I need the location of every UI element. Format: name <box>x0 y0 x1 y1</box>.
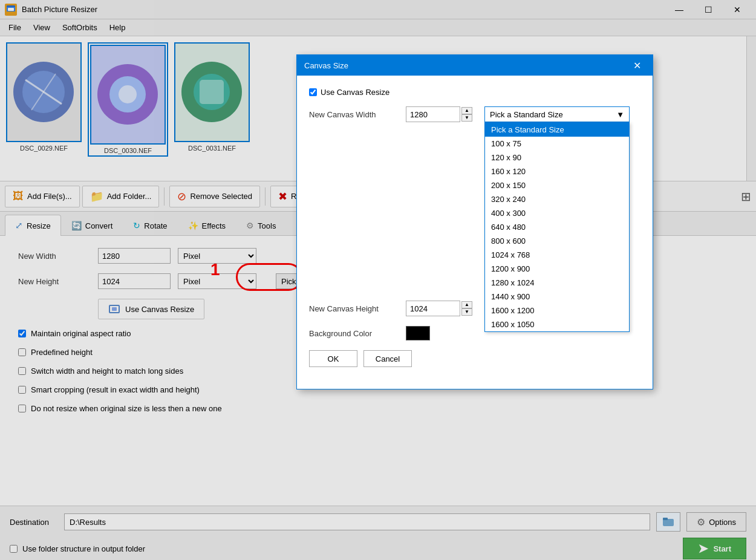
dialog-ok-button[interactable]: OK <box>309 350 357 367</box>
dropdown-item-13[interactable]: 1600 x 1200 <box>485 304 629 317</box>
standard-size-dropdown-btn[interactable]: Pick a Standard Size ▼ <box>484 106 630 122</box>
dialog-width-input[interactable] <box>406 106 460 122</box>
dialog-cancel-button[interactable]: Cancel <box>363 350 412 367</box>
dropdown-item-4[interactable]: 200 x 150 <box>485 178 629 192</box>
dropdown-item-9[interactable]: 1024 x 768 <box>485 248 629 262</box>
canvas-size-dialog: Canvas Size ✕ Use Canvas Resize New Canv… <box>296 54 653 389</box>
dialog-width-label: New Canvas Width <box>309 110 406 119</box>
dialog-height-label: New Canvas Height <box>309 304 406 313</box>
dialog-use-canvas-row: Use Canvas Resize <box>309 88 640 97</box>
dialog-dropdown-container: Pick a Standard Size ▼ Pick a Standard S… <box>484 106 630 122</box>
dropdown-item-7[interactable]: 640 x 480 <box>485 220 629 234</box>
dialog-close-button[interactable]: ✕ <box>628 57 645 73</box>
height-spinner: ▲ ▼ <box>461 301 472 316</box>
background-color-swatch[interactable] <box>406 326 430 340</box>
height-down-button[interactable]: ▼ <box>461 308 472 316</box>
dropdown-item-6[interactable]: 400 x 300 <box>485 206 629 220</box>
dropdown-item-1[interactable]: 100 x 75 <box>485 137 629 151</box>
dropdown-item-10[interactable]: 1200 x 900 <box>485 262 629 276</box>
dropdown-selected-text: Pick a Standard Size <box>490 110 563 119</box>
dialog-use-canvas-checkbox[interactable] <box>309 88 317 96</box>
dialog-bgcolor-label: Background Color <box>309 329 406 338</box>
dialog-title-bar: Canvas Size ✕ <box>297 55 653 76</box>
dropdown-item-14[interactable]: 1600 x 1050 <box>485 317 629 331</box>
dialog-use-canvas-checkbox-label: Use Canvas Resize <box>321 88 389 97</box>
dropdown-item-0[interactable]: Pick a Standard Size <box>485 123 629 137</box>
dialog-width-row: New Canvas Width ▲ ▼ Pick a Standard Siz… <box>309 106 640 122</box>
dropdown-item-11[interactable]: 1280 x 1024 <box>485 276 629 290</box>
dropdown-item-12[interactable]: 1440 x 900 <box>485 290 629 304</box>
dialog-buttons-row: OK Cancel <box>309 350 640 367</box>
dialog-height-input[interactable] <box>406 301 460 316</box>
chevron-down-icon: ▼ <box>616 110 624 119</box>
dropdown-item-8[interactable]: 800 x 600 <box>485 234 629 248</box>
dialog-body: Use Canvas Resize New Canvas Width ▲ ▼ P… <box>297 76 653 389</box>
dropdown-item-5[interactable]: 320 x 240 <box>485 192 629 206</box>
width-up-button[interactable]: ▲ <box>461 107 472 114</box>
standard-size-dropdown-list: Pick a Standard Size 100 x 75 120 x 90 1… <box>484 122 630 332</box>
width-spinner: ▲ ▼ <box>461 107 472 122</box>
dropdown-item-2[interactable]: 120 x 90 <box>485 151 629 164</box>
height-up-button[interactable]: ▲ <box>461 301 472 308</box>
dialog-title: Canvas Size <box>304 61 628 70</box>
width-down-button[interactable]: ▼ <box>461 114 472 122</box>
dropdown-item-3[interactable]: 160 x 120 <box>485 164 629 178</box>
